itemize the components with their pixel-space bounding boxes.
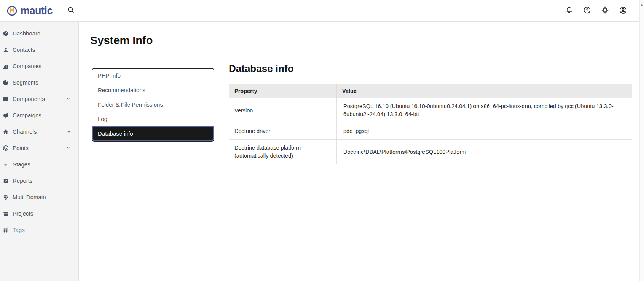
sidebar-item-label: Segments	[13, 79, 38, 86]
companies-icon	[2, 63, 9, 69]
scroll-up-arrow[interactable]	[640, 4, 643, 6]
topbar: mautic ?	[0, 0, 644, 22]
sidebar-item-dashboard[interactable]: Dashboard	[0, 25, 78, 42]
tab-folder-file-permissions[interactable]: Folder & File Permissions	[92, 97, 214, 112]
sidebar-item-campaigns[interactable]: Campaigns	[0, 107, 78, 123]
sidebar-item-contacts[interactable]: Contacts	[0, 42, 78, 58]
tags-icon	[2, 227, 9, 233]
sidebar-item-points[interactable]: Points	[0, 140, 78, 156]
help-button[interactable]: ?	[583, 6, 591, 15]
sidebar-item-label: Campaigns	[13, 112, 41, 118]
sidebar-item-reports[interactable]: Reports	[0, 172, 78, 189]
database-info-pane: Database info PropertyValue VersionPostg…	[222, 61, 644, 164]
chevron-down-icon	[67, 97, 71, 101]
help-icon: ?	[583, 6, 591, 15]
tab-php-info[interactable]: PHP Info	[92, 69, 214, 83]
notifications-icon	[565, 6, 573, 15]
sidebar-item-stages[interactable]: Stages	[0, 156, 78, 172]
section-heading: Database info	[229, 63, 632, 75]
page-title: System Info	[90, 34, 644, 47]
sidebar-item-label: Dashboard	[13, 30, 40, 37]
search-button[interactable]	[67, 6, 75, 15]
scrollbar[interactable]	[639, 0, 644, 281]
chevron-down-icon	[67, 129, 71, 134]
main-content: System Info PHP InfoRecommendationsFolde…	[79, 0, 644, 164]
sidebar-item-segments[interactable]: Segments	[0, 74, 78, 91]
sidebar-item-label: Channels	[13, 128, 37, 135]
account-icon	[619, 6, 627, 16]
value-cell: Doctrine\DBAL\Platforms\PostgreSQL100Pla…	[337, 140, 632, 164]
sidebar-item-label: Reports	[13, 177, 33, 184]
system-info-panel: PHP InfoRecommendationsFolder & File Per…	[90, 61, 644, 164]
sidebar-item-label: Multi Domain	[13, 194, 46, 200]
sidebar-item-companies[interactable]: Companies	[0, 58, 78, 74]
reports-icon	[2, 178, 9, 184]
sidebar-item-tags[interactable]: Tags	[0, 222, 78, 238]
dashboard-icon	[2, 30, 9, 37]
property-cell: Version	[229, 98, 337, 123]
table-row: VersionPostgreSQL 16.10 (Ubuntu 16.10-0u…	[229, 98, 632, 123]
property-cell: Doctrine driver	[229, 123, 337, 140]
tab-recommendations[interactable]: Recommendations	[92, 83, 214, 97]
sidebar-item-label: Points	[13, 145, 29, 151]
sidebar: DashboardContactsCompaniesSegmentsCompon…	[0, 22, 79, 281]
contacts-icon	[2, 47, 9, 53]
topbar-actions: ?	[565, 6, 627, 16]
campaigns-icon	[2, 112, 9, 118]
notifications-button[interactable]	[565, 6, 573, 15]
sidebar-item-projects[interactable]: Projects	[0, 205, 78, 222]
system-info-tab-list: PHP InfoRecommendationsFolder & File Per…	[92, 68, 214, 142]
svg-text:?: ?	[586, 8, 588, 12]
logo-text: mautic	[21, 5, 53, 17]
table-header-value: Value	[337, 84, 632, 98]
projects-icon	[2, 211, 9, 217]
sidebar-item-label: Stages	[13, 161, 30, 168]
sidebar-item-label: Tags	[13, 227, 25, 233]
sidebar-item-components[interactable]: Components	[0, 91, 78, 107]
database-info-table: PropertyValue VersionPostgreSQL 16.10 (U…	[229, 84, 632, 164]
sidebar-item-label: Projects	[13, 210, 33, 217]
sidebar-item-label: Companies	[13, 63, 41, 69]
table-row: Doctrine database platform (automaticall…	[229, 140, 632, 164]
table-row: Doctrine driverpdo_pgsql	[229, 123, 632, 140]
stages-icon	[2, 161, 9, 168]
sidebar-item-label: Contacts	[13, 46, 35, 53]
multidomain-icon	[2, 194, 9, 200]
account-button[interactable]	[619, 6, 627, 16]
points-icon	[2, 145, 9, 151]
sidebar-item-channels[interactable]: Channels	[0, 123, 78, 140]
value-cell: pdo_pgsql	[337, 123, 632, 140]
components-icon	[2, 96, 9, 102]
sidebar-item-label: Components	[13, 96, 45, 102]
segments-icon	[2, 80, 9, 86]
settings-button[interactable]	[601, 6, 609, 15]
channels-icon	[2, 129, 9, 135]
property-cell: Doctrine database platform (automaticall…	[229, 140, 337, 164]
search-icon	[67, 6, 75, 15]
settings-icon	[601, 6, 609, 15]
mautic-logo[interactable]: mautic	[7, 5, 53, 17]
mautic-logo-icon	[7, 6, 17, 16]
sidebar-item-multi-domain[interactable]: Multi Domain	[0, 189, 78, 205]
tab-log[interactable]: Log	[92, 112, 214, 126]
chevron-down-icon	[67, 146, 71, 150]
table-header-property: Property	[229, 84, 337, 98]
value-cell: PostgreSQL 16.10 (Ubuntu 16.10-0ubuntu0.…	[337, 98, 632, 123]
tab-database-info[interactable]: Database info	[92, 126, 214, 141]
